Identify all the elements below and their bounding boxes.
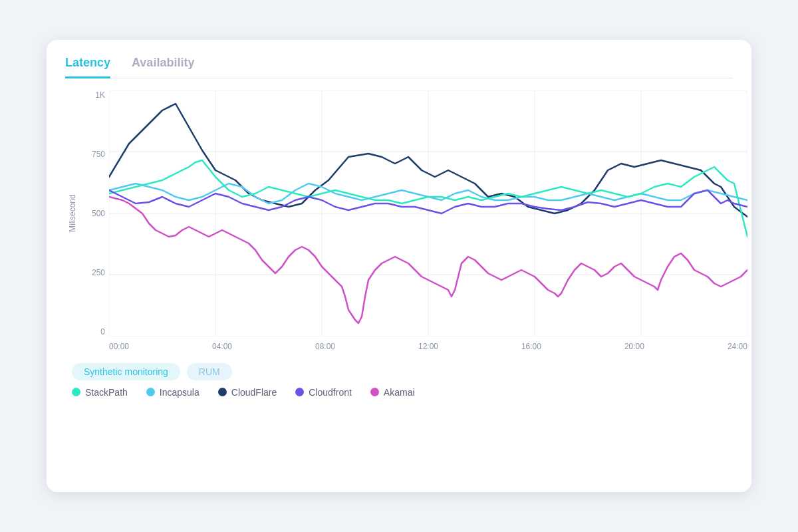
y-tick-1k: 1K: [84, 90, 109, 100]
legend-item-cloudflare: CloudFlare: [218, 387, 277, 398]
filter-synthetic[interactable]: Synthetic monitoring: [72, 363, 180, 380]
legend-label-cloudfront: Cloudfront: [309, 387, 352, 398]
legend-items-row: StackPath Incapsula CloudFlare Cloudfron…: [72, 387, 733, 398]
legend-label-stackpath: StackPath: [85, 387, 128, 398]
legend-label-cloudflare: CloudFlare: [231, 387, 277, 398]
tab-bar: Latency Availability: [65, 56, 733, 78]
chart-area: Milisecond 1K 750 500 250 0: [65, 90, 733, 351]
filter-rum[interactable]: RUM: [187, 363, 232, 380]
x-tick-0400: 04:00: [212, 342, 232, 351]
y-tick-250: 250: [84, 268, 109, 277]
x-tick-2000: 20:00: [624, 342, 644, 351]
legend-dot-cloudflare: [218, 388, 227, 396]
legend-label-akamai: Akamai: [384, 387, 415, 398]
y-tick-750: 750: [84, 150, 109, 159]
legend-item-stackpath: StackPath: [72, 387, 128, 398]
tab-availability[interactable]: Availability: [132, 56, 194, 78]
legend-item-akamai: Akamai: [370, 387, 415, 398]
x-tick-1600: 16:00: [521, 342, 541, 351]
y-tick-500: 500: [84, 209, 109, 218]
line-chart: [109, 90, 747, 336]
legend-dot-cloudfront: [295, 388, 304, 396]
legend-item-incapsula: Incapsula: [146, 387, 200, 398]
chart-wrapper: 1K 750 500 250 0: [84, 90, 747, 351]
legend-dot-stackpath: [72, 388, 80, 396]
main-card: Latency Availability Milisecond 1K 750 5…: [47, 40, 751, 492]
legend-section: Synthetic monitoring RUM StackPath Incap…: [65, 363, 733, 398]
filter-row: Synthetic monitoring RUM: [72, 363, 733, 380]
y-axis-label: Milisecond: [65, 90, 80, 336]
legend-dot-incapsula: [146, 388, 155, 396]
legend-item-cloudfront: Cloudfront: [295, 387, 352, 398]
chart-svg: [109, 90, 747, 339]
y-tick-0: 0: [84, 327, 109, 336]
x-tick-1200: 12:00: [418, 342, 438, 351]
x-tick-2400: 24:00: [728, 342, 747, 351]
y-ticks: 1K 750 500 250 0: [84, 90, 109, 336]
x-ticks: 00:00 04:00 08:00 12:00 16:00 20:00 24:0…: [109, 342, 747, 351]
x-tick-0800: 08:00: [315, 342, 335, 351]
legend-label-incapsula: Incapsula: [160, 387, 200, 398]
legend-dot-akamai: [370, 388, 379, 396]
tab-latency[interactable]: Latency: [65, 56, 110, 78]
x-tick-0000: 00:00: [109, 342, 129, 351]
